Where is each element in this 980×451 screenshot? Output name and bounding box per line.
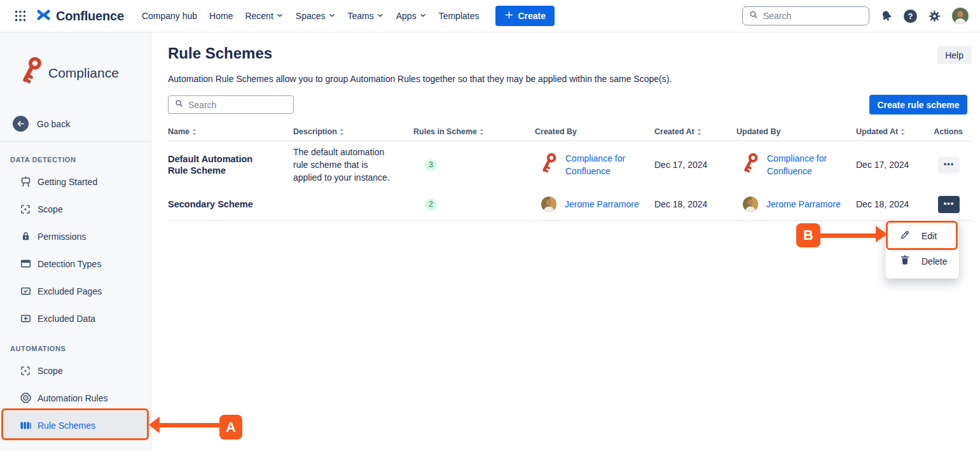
scheme-name: Default Automation Rule Scheme <box>168 153 293 176</box>
nav-apps[interactable]: Apps <box>396 11 427 21</box>
updated-at: Dec 18, 2024 <box>856 199 932 209</box>
updated-at: Dec 17, 2024 <box>856 160 932 170</box>
go-back-button[interactable]: Go back <box>13 116 70 132</box>
column-header-rules-in-scheme[interactable]: Rules in Scheme <box>413 127 535 141</box>
chevron-down-icon <box>328 11 336 21</box>
page-description: Automation Rule Schemes allow you to gro… <box>168 74 672 84</box>
user-avatar <box>743 197 758 212</box>
annotation-a-highlight-box <box>1 408 149 440</box>
more-actions-icon[interactable]: ••• <box>938 196 960 213</box>
column-header-name[interactable]: Name <box>168 127 293 141</box>
created-at: Dec 18, 2024 <box>654 199 736 209</box>
nav-home[interactable]: Home <box>209 11 233 21</box>
rules-count-cell: 2 <box>413 198 535 211</box>
nav-teams[interactable]: Teams <box>348 11 384 21</box>
user-avatar <box>541 197 556 212</box>
confluence-logo[interactable]: Confluence <box>36 7 124 25</box>
app-switcher-icon[interactable] <box>11 7 29 25</box>
sidebar-divider <box>0 141 151 142</box>
rules-count-badge: 2 <box>425 198 437 211</box>
notifications-icon[interactable] <box>880 10 893 22</box>
plus-box-icon <box>19 312 32 325</box>
updated-by-link[interactable]: Compliance for Confluence <box>767 152 836 177</box>
confluence-mark-icon <box>36 7 52 25</box>
confluence-compliance-app: Confluence Company hub Home Recent Space… <box>0 0 980 451</box>
sidebar-item-detection-types[interactable]: Detection Types <box>4 250 148 277</box>
product-name: Confluence <box>56 9 124 24</box>
sidebar-item-scope-automations[interactable]: Scope <box>4 357 148 384</box>
create-button[interactable]: Create <box>495 6 555 26</box>
sidebar-item-scope-detection[interactable]: Scope <box>4 195 148 223</box>
annotation-b-badge: B <box>796 223 820 247</box>
compliance-key-icon <box>21 55 43 91</box>
sidebar: Compliance Go back DATA DETECTION Gettin… <box>0 32 151 451</box>
chevron-down-icon <box>276 11 284 21</box>
actions-cell: ••• <box>932 196 972 213</box>
scheme-description: The default automation rule scheme that … <box>293 146 413 184</box>
checkbox-icon <box>19 285 32 298</box>
table-search[interactable] <box>168 95 294 114</box>
sidebar-item-getting-started[interactable]: Getting Started <box>4 168 148 195</box>
updated-by-link[interactable]: Jerome Parramore <box>766 198 841 211</box>
help-icon[interactable]: ? <box>904 10 917 23</box>
chevron-down-icon <box>419 11 427 21</box>
section-title-automations: AUTOMATIONS <box>10 345 66 352</box>
viewfinder-icon <box>19 364 32 377</box>
created-by-cell: Compliance for Confluence <box>535 152 654 178</box>
scheme-name: Secondary Scheme <box>168 198 293 210</box>
annotation-b-arrow-line <box>820 233 878 238</box>
sidebar-item-automation-rules[interactable]: Automation Rules <box>4 384 148 412</box>
page-title: Rule Schemes <box>168 45 272 62</box>
primary-nav: Company hub Home Recent Spaces Teams App… <box>142 11 480 21</box>
created-at: Dec 17, 2024 <box>654 160 736 170</box>
sort-icon <box>696 128 702 138</box>
nav-templates[interactable]: Templates <box>439 11 480 21</box>
table-row: Secondary Scheme 2 Jerome Parramore Dec … <box>168 188 972 221</box>
column-header-updated-by: Updated By <box>736 127 856 141</box>
app-logo: Compliance <box>21 55 119 91</box>
user-avatar[interactable] <box>952 8 969 24</box>
sidebar-item-permissions[interactable]: Permissions <box>4 223 148 250</box>
annotation-a-arrow-line <box>158 423 220 427</box>
create-rule-scheme-button[interactable]: Create rule scheme <box>869 95 967 114</box>
global-search[interactable] <box>742 6 869 25</box>
column-header-actions: Actions <box>932 127 972 141</box>
updated-by-cell: Compliance for Confluence <box>736 152 856 178</box>
help-button[interactable]: Help <box>937 46 972 64</box>
sort-icon <box>339 128 345 138</box>
column-header-created-at[interactable]: Created At <box>654 127 736 141</box>
created-by-link[interactable]: Jerome Parramore <box>565 198 639 211</box>
created-by-cell: Jerome Parramore <box>535 197 654 212</box>
compliance-key-icon <box>541 152 557 178</box>
more-actions-icon[interactable]: ••• <box>938 156 960 174</box>
search-icon <box>749 10 759 22</box>
topbar-right-group: ? <box>742 6 969 25</box>
nav-spaces[interactable]: Spaces <box>296 11 336 21</box>
nav-recent[interactable]: Recent <box>245 11 283 21</box>
sort-icon <box>479 128 485 138</box>
plus-icon <box>504 10 514 22</box>
column-header-created-by: Created By <box>535 127 654 141</box>
column-header-updated-at[interactable]: Updated At <box>856 127 932 141</box>
arrow-left-icon <box>13 116 29 132</box>
settings-gear-icon[interactable] <box>928 10 941 23</box>
table-row: Default Automation Rule Scheme The defau… <box>168 141 972 188</box>
menu-item-delete[interactable]: Delete <box>885 249 959 274</box>
main-content: Rule Schemes Help Automation Rule Scheme… <box>151 32 980 451</box>
lock-icon <box>19 230 32 243</box>
rules-count-badge: 3 <box>425 159 437 171</box>
sidebar-item-excluded-data[interactable]: Excluded Data <box>4 305 148 332</box>
created-by-link[interactable]: Compliance for Confluence <box>565 152 634 177</box>
app-title: Compliance <box>48 66 119 81</box>
chevron-down-icon <box>376 11 384 21</box>
global-search-input[interactable] <box>763 11 863 21</box>
sidebar-item-excluded-pages[interactable]: Excluded Pages <box>4 277 148 305</box>
sort-icon <box>900 128 906 138</box>
rules-count-cell: 3 <box>413 159 535 171</box>
column-header-description[interactable]: Description <box>293 127 413 141</box>
table-search-input[interactable] <box>188 100 287 110</box>
easel-icon <box>19 176 32 188</box>
table-header-row: Name Description Rules in Scheme Created… <box>168 127 972 141</box>
updated-by-cell: Jerome Parramore <box>736 197 856 212</box>
nav-company-hub[interactable]: Company hub <box>142 11 197 21</box>
